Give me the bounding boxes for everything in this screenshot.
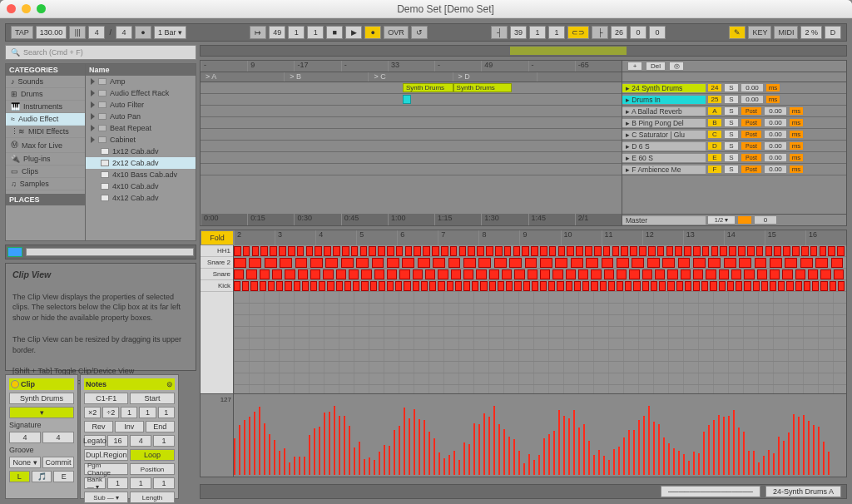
midi-note[interactable]: [578, 269, 588, 279]
velocity-bar[interactable]: [618, 447, 620, 475]
midi-note[interactable]: [418, 258, 430, 268]
track-number[interactable]: B: [707, 118, 722, 127]
volume-field[interactable]: 0.00: [764, 153, 787, 162]
stop-button[interactable]: ■: [326, 26, 343, 39]
midi-note[interactable]: [310, 258, 323, 268]
velocity-bar[interactable]: [578, 427, 580, 475]
midi-note[interactable]: [288, 246, 295, 256]
volume-field[interactable]: 0.00: [764, 141, 787, 151]
midi-note[interactable]: [667, 269, 677, 279]
midi-note[interactable]: [463, 269, 473, 279]
midi-note[interactable]: [480, 281, 487, 291]
midi-note[interactable]: [421, 281, 428, 291]
midi-note[interactable]: [478, 258, 491, 268]
midi-note[interactable]: [349, 269, 359, 279]
midi-note[interactable]: [379, 281, 385, 291]
clip-sig-num[interactable]: 4: [9, 432, 41, 443]
velocity-bar[interactable]: [473, 423, 475, 475]
midi-note[interactable]: [582, 281, 589, 291]
midi-note[interactable]: [423, 246, 430, 256]
midi-note[interactable]: [242, 281, 249, 291]
velocity-bar[interactable]: [483, 413, 485, 475]
midi-note[interactable]: [830, 281, 836, 291]
midi-note[interactable]: [450, 246, 458, 256]
midi-note[interactable]: [630, 246, 637, 256]
midi-note[interactable]: [702, 246, 710, 256]
punch-in-button[interactable]: ┤: [491, 26, 508, 39]
time-sig-numerator[interactable]: 4: [88, 26, 105, 39]
midi-note[interactable]: [540, 269, 550, 279]
midi-note[interactable]: [667, 281, 674, 291]
velocity-bar[interactable]: [548, 434, 550, 475]
drum-row-label[interactable]: Snare 2: [201, 257, 233, 269]
midi-note[interactable]: [514, 269, 524, 279]
velocity-bar[interactable]: [823, 442, 825, 475]
position-beat[interactable]: 1: [288, 26, 305, 39]
velocity-bar[interactable]: [653, 422, 655, 475]
midi-note[interactable]: [356, 258, 369, 268]
midi-note[interactable]: [310, 281, 317, 291]
category-midi-effects[interactable]: ⋮≋MIDI Effects: [6, 126, 85, 138]
midi-note[interactable]: [639, 246, 646, 256]
commit-button[interactable]: Commit: [42, 457, 74, 468]
velocity-bar[interactable]: [678, 451, 680, 475]
velocity-bar[interactable]: [419, 419, 420, 475]
pos-sixteenth[interactable]: 1: [153, 477, 175, 489]
midi-note[interactable]: [432, 246, 439, 256]
back-to-arrangement-button[interactable]: ↺: [411, 26, 428, 39]
midi-note[interactable]: [831, 258, 844, 268]
midi-note[interactable]: [770, 269, 780, 279]
start-beat[interactable]: 1: [139, 407, 156, 418]
delay-unit[interactable]: ms: [789, 141, 804, 151]
midi-note[interactable]: [675, 246, 682, 256]
midi-note[interactable]: [617, 269, 627, 279]
velocity-bar[interactable]: [414, 409, 415, 475]
midi-note[interactable]: [336, 281, 343, 291]
clip-box-header[interactable]: Clip: [9, 378, 74, 390]
midi-note[interactable]: [770, 258, 782, 268]
volume-field[interactable]: 0.00: [764, 130, 787, 139]
add-locator-button[interactable]: +: [627, 62, 642, 71]
velocity-bar[interactable]: [703, 432, 705, 475]
track-lane[interactable]: [201, 106, 622, 117]
midi-note[interactable]: [571, 258, 583, 268]
file-item[interactable]: 4x10 Cab.adv: [86, 180, 196, 192]
midi-note[interactable]: [306, 246, 314, 256]
velocity-bar[interactable]: [583, 424, 585, 475]
velocity-bar[interactable]: [513, 439, 515, 475]
velocity-bar[interactable]: [249, 417, 250, 475]
velocity-bar[interactable]: [793, 414, 795, 475]
midi-note[interactable]: [433, 258, 445, 268]
midi-note[interactable]: [361, 269, 371, 279]
pos-bar[interactable]: 1: [107, 477, 129, 489]
velocity-bar[interactable]: [718, 415, 720, 475]
midi-note[interactable]: [591, 269, 601, 279]
midi-note[interactable]: [540, 258, 552, 268]
track-header[interactable]: ▸ C Saturator | GluCSPost0.00ms: [622, 129, 846, 141]
time-sig-denominator[interactable]: 4: [116, 26, 132, 39]
midi-note[interactable]: [265, 258, 277, 268]
midi-note[interactable]: [438, 269, 448, 279]
midi-note[interactable]: [285, 281, 291, 291]
midi-note[interactable]: [531, 246, 538, 256]
browser-search-input[interactable]: 🔍 Search (Cmd + F): [5, 45, 196, 60]
midi-note[interactable]: [778, 281, 785, 291]
midi-note[interactable]: [252, 246, 260, 256]
midi-note[interactable]: [693, 269, 703, 279]
position-sixteenth[interactable]: 1: [307, 26, 324, 39]
loop-length-bar[interactable]: 26: [611, 26, 627, 39]
track-lane[interactable]: [201, 141, 622, 152]
category-sounds[interactable]: ♪Sounds: [6, 76, 85, 88]
midi-note[interactable]: [651, 281, 657, 291]
midi-note[interactable]: [693, 258, 706, 268]
midi-note[interactable]: [502, 269, 512, 279]
loop-start-sixteenth[interactable]: 1: [548, 26, 565, 39]
midi-note[interactable]: [834, 269, 844, 279]
velocity-bar[interactable]: [274, 440, 275, 475]
midi-note[interactable]: [234, 269, 244, 279]
velocity-bar[interactable]: [264, 423, 265, 475]
velocity-bar[interactable]: [593, 455, 595, 475]
midi-note[interactable]: [731, 269, 741, 279]
midi-note[interactable]: [285, 269, 295, 279]
close-window-button[interactable]: [7, 4, 16, 13]
